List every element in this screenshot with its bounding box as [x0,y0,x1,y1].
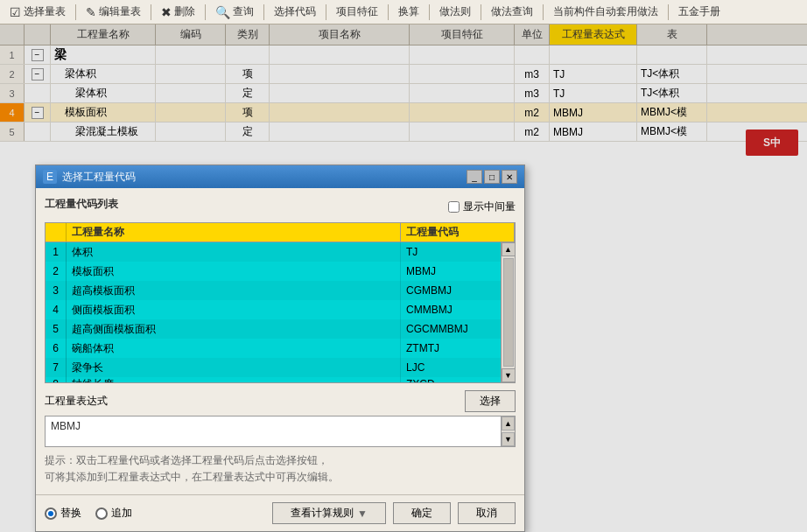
code-row-code: CMMBMJ [401,300,515,319]
code-row-num: 8 [46,377,67,382]
code-row-num: 3 [46,281,67,300]
cancel-button[interactable]: 取消 [458,502,516,524]
modal-title-icon: E [43,170,57,184]
code-row-num: 7 [46,358,67,377]
append-radio-circle [95,508,108,520]
code-row-name: 碗船体积 [67,339,401,358]
hardware-button[interactable]: 五金手册 [672,2,726,22]
calc-button[interactable]: 换算 [392,2,425,22]
expr-label: 工程量表达式 [45,394,108,409]
modal-close-button[interactable]: ✕ [502,170,517,184]
show-middle-checkbox[interactable]: 显示中间量 [448,200,516,214]
main-toolbar: ☑ 选择量表 ✎ 编辑量表 ✖ 删除 🔍 查询 选择代码 项目特征 换算 做法则… [0,0,807,24]
scroll-up-button[interactable]: ▲ [502,242,516,256]
append-radio[interactable]: 追加 [95,506,132,521]
code-row-code: ZXCD [401,377,515,382]
select-list-icon: ☑ [10,5,21,19]
code-row-code: CGCMMBMJ [401,319,515,339]
query-icon: 🔍 [215,5,230,19]
auto-method-button[interactable]: 当前构件自动套用做法 [547,2,664,22]
scroll-down-button[interactable]: ▼ [502,368,516,382]
radio-group: 替换 追加 [45,506,132,521]
modal-body: 工程量代码列表 显示中间量 工程量名称 工程量代码 1 体积 [36,188,524,494]
delete-icon: ✖ [161,5,172,19]
edit-list-button[interactable]: ✎ 编辑量表 [80,2,147,22]
select-list-button[interactable]: ☑ 选择量表 [4,2,72,22]
code-row-code: CGMBMJ [401,281,515,300]
expr-value[interactable]: MBMJ [46,416,501,446]
toolbar-sep-8 [481,4,481,20]
toolbar-sep-3 [205,4,206,20]
th-code-name: 工程量名称 [67,223,401,242]
delete-button[interactable]: ✖ 删除 [155,2,201,22]
code-table-header: 工程量名称 工程量代码 [46,223,515,242]
modal-dialog: E 选择工程量代码 _ □ ✕ 工程量代码列表 显示中间量 [35,164,525,532]
method-button[interactable]: 做法则 [433,2,477,22]
expr-box: MBMJ ▲ ▼ [45,416,516,447]
code-row-num: 2 [46,262,67,281]
toolbar-sep-6 [388,4,389,20]
replace-radio[interactable]: 替换 [45,506,81,521]
select-button[interactable]: 选择 [465,390,516,412]
code-row[interactable]: 5 超高侧面模板面积 CGCMMBMJ [46,319,515,339]
code-row[interactable]: 8 轴线长度 ZXCD [46,377,515,382]
expr-label-row: 工程量表达式 选择 [45,390,516,412]
code-table-body: 1 体积 TJ 2 模板面积 MBMJ 3 超高模板面积 CGMBMJ [46,242,515,382]
code-row-num: 4 [46,300,67,319]
table-scrollbar[interactable]: ▲ ▼ [501,242,515,382]
edit-list-icon: ✎ [86,5,96,19]
expr-scrollbar: ▲ ▼ [501,416,515,446]
modal-title: E 选择工程量代码 [43,170,136,185]
code-row-name: 模板面积 [67,262,401,281]
code-row-name: 体积 [67,242,401,262]
modal-minimize-button[interactable]: _ [467,170,482,184]
expr-scroll-up[interactable]: ▲ [502,416,515,430]
modal-header-row: 工程量代码列表 显示中间量 [45,197,516,217]
code-row-name: 梁争长 [67,358,401,377]
main-content: 工程量名称 编码 类别 项目名称 项目特征 单位 工程量表达式 表 1 − 梁 [0,24,807,532]
query-button[interactable]: 🔍 查询 [209,2,260,22]
ok-button[interactable]: 确定 [393,502,451,524]
replace-radio-circle [45,508,57,520]
toolbar-sep-7 [429,4,430,20]
modal-controls: _ □ ✕ [467,170,517,184]
toolbar-sep-9 [543,4,544,20]
calc-rules-button[interactable]: 查看计算规则 ▼ [272,502,386,524]
code-row-code: MBMJ [401,262,515,281]
method-query-button[interactable]: 做法查询 [485,2,539,22]
code-row[interactable]: 1 体积 TJ [46,242,515,262]
toolbar-sep-5 [326,4,326,20]
code-row-name: 超高侧面模板面积 [67,319,401,339]
code-row-code: TJ [401,242,515,262]
code-table: 工程量名称 工程量代码 1 体积 TJ 2 模板面积 MBMJ [45,222,516,383]
scroll-thumb[interactable] [503,258,514,367]
code-row-num: 1 [46,242,67,262]
code-row[interactable]: 7 梁争长 LJC [46,358,515,377]
toolbar-sep-4 [263,4,264,20]
code-row[interactable]: 3 超高模板面积 CGMBMJ [46,281,515,300]
code-row-num: 5 [46,319,67,339]
section-label: 工程量代码列表 [45,197,118,212]
expr-section: 工程量表达式 选择 MBMJ ▲ ▼ 提示：双击工程量代码或者选择工程量代码后点… [45,390,516,486]
expr-scroll-down[interactable]: ▼ [502,432,515,446]
code-row-name: 轴线长度 [67,377,401,382]
code-row-code: LJC [401,358,515,377]
th-num [46,223,67,242]
select-code-button[interactable]: 选择代码 [268,2,322,22]
show-middle-input[interactable] [448,201,460,213]
code-row[interactable]: 6 碗船体积 ZTMTJ [46,339,515,358]
toolbar-sep-2 [151,4,151,20]
code-row[interactable]: 4 侧面模板面积 CMMBMJ [46,300,515,319]
modal-titlebar: E 选择工程量代码 _ □ ✕ [36,165,524,188]
toolbar-sep-10 [668,4,669,20]
toolbar-sep-1 [75,4,76,20]
code-row-code: ZTMTJ [401,339,515,358]
item-feat-button[interactable]: 项目特征 [330,2,384,22]
code-row-name: 侧面模板面积 [67,300,401,319]
footer-buttons: 查看计算规则 ▼ 确定 取消 [272,502,516,524]
code-row-num: 6 [46,339,67,358]
modal-footer: 替换 追加 查看计算规则 ▼ 确定 取消 [36,494,524,531]
code-row[interactable]: 2 模板面积 MBMJ [46,262,515,281]
modal-restore-button[interactable]: □ [484,170,500,184]
code-row-name: 超高模板面积 [67,281,401,300]
